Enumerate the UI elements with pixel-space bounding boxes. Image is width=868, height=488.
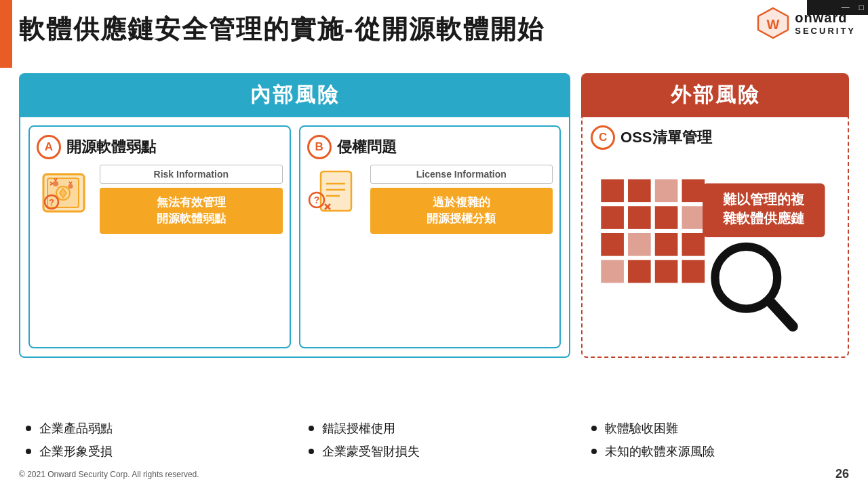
internal-header: 內部風險 (19, 73, 570, 117)
svg-text:?: ? (313, 195, 319, 205)
bullets-a: 企業產品弱點 企業形象受損 (19, 420, 291, 460)
card-a-title: 開源軟體弱點 (66, 137, 156, 157)
svg-rect-38 (655, 206, 678, 229)
page-title: 軟體供應鏈安全管理的實施-從開源軟體開始 (19, 12, 545, 47)
bullet-a-2: 企業形象受損 (26, 443, 291, 460)
bullet-b-1: 錯誤授權使用 (309, 420, 574, 436)
svg-rect-43 (682, 233, 705, 256)
card-a-letter: A (37, 135, 61, 159)
page-number: 26 (835, 467, 849, 481)
svg-text:難以管理的複: 難以管理的複 (722, 192, 805, 207)
bullet-c-2: 未知的軟體來源風險 (591, 443, 849, 460)
logo-icon: W (755, 5, 791, 41)
svg-rect-32 (601, 260, 624, 283)
logo-tagline: SECURITY (795, 26, 856, 36)
copyright: © 2021 Onward Security Corp. All rights … (19, 470, 199, 479)
bullet-c-1: 軟體驗收困難 (591, 420, 849, 436)
bullet-b-2: 企業蒙受智財損失 (309, 443, 574, 460)
logo-text: onward SECURITY (795, 10, 856, 36)
bullets-c: 軟體驗收困難 未知的軟體來源風險 (585, 420, 849, 460)
safe-icon: ? (37, 165, 94, 222)
card-c-title: OSS清單管理 (620, 127, 711, 148)
svg-point-15 (68, 184, 73, 189)
svg-rect-34 (628, 206, 651, 229)
footer: © 2021 Onward Security Corp. All rights … (19, 467, 849, 481)
bullets-b: 錯誤授權使用 企業蒙受智財損失 (302, 420, 574, 460)
svg-rect-39 (655, 233, 678, 256)
card-b-letter: B (307, 135, 332, 159)
bullet-a-1: 企業產品弱點 (26, 420, 291, 436)
header: 軟體供應鏈安全管理的實施-從開源軟體開始 (19, 12, 868, 47)
card-c: C OSS清單管理 (581, 117, 849, 358)
svg-text:雜軟體供應鏈: 雜軟體供應鏈 (722, 211, 805, 226)
svg-rect-40 (655, 260, 678, 283)
logo-brand: onward (795, 10, 847, 26)
left-accent-bar (0, 0, 12, 68)
card-a-desc: 無法有效管理 開源軟體弱點 (100, 188, 283, 234)
doc-icon: ? (307, 165, 365, 222)
svg-line-46 (769, 300, 793, 326)
svg-text:W: W (767, 17, 780, 32)
internal-section: 內部風險 A 開源軟體弱點 (19, 73, 570, 358)
svg-rect-33 (628, 179, 651, 202)
card-b-label: License Information (370, 165, 553, 184)
logo-area: W onward SECURITY (755, 5, 856, 41)
svg-rect-42 (682, 206, 705, 229)
svg-point-8 (60, 190, 66, 197)
card-b: B 侵權問題 (299, 125, 561, 348)
bullets-section: 企業產品弱點 企業形象受損 錯誤授權使用 企業蒙受智財損失 軟體驗收困難 未知的… (19, 420, 849, 460)
maximize-button[interactable]: □ (859, 3, 864, 12)
svg-rect-35 (628, 233, 651, 256)
svg-point-10 (53, 181, 58, 186)
svg-text:?: ? (49, 197, 54, 207)
svg-rect-30 (601, 206, 624, 229)
card-c-letter: C (591, 125, 615, 150)
card-a: A 開源軟體弱點 (28, 125, 291, 348)
svg-rect-36 (628, 260, 651, 283)
svg-rect-29 (601, 179, 624, 202)
external-header: 外部風險 (581, 73, 849, 117)
card-b-desc: 過於複雜的 開源授權分類 (370, 188, 553, 234)
oss-graphic: 難以管理的複 雜軟體供應鏈 (591, 155, 840, 348)
svg-rect-31 (601, 233, 624, 256)
card-a-label: Risk Information (100, 165, 283, 184)
svg-rect-37 (655, 179, 678, 202)
svg-rect-44 (682, 260, 705, 283)
svg-rect-41 (682, 179, 705, 202)
card-b-title: 侵權問題 (337, 137, 397, 157)
external-section: 外部風險 C OSS清單管理 (581, 73, 849, 358)
